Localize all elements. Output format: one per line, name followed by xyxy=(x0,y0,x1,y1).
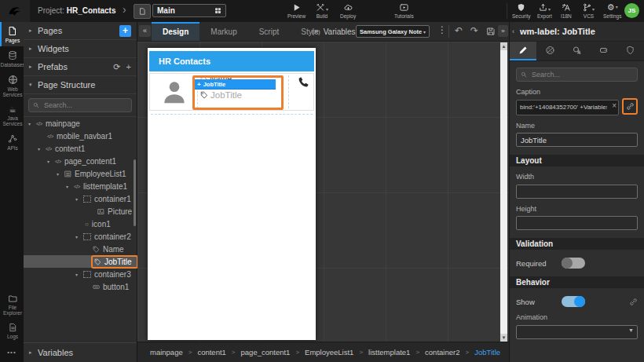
scroll-down-icon[interactable]: ▼ xyxy=(500,334,507,342)
tree-item-jobtitle-selected[interactable]: JobTitle xyxy=(24,255,137,268)
tree-item-name[interactable]: Name xyxy=(24,243,137,255)
rail-item-apis[interactable]: APIs xyxy=(0,130,24,154)
expand-icon[interactable]: ▾ xyxy=(75,234,83,240)
export-button[interactable]: ▾ Export xyxy=(537,2,552,19)
user-avatar[interactable]: JS xyxy=(624,3,639,18)
bind-show-button[interactable] xyxy=(629,298,638,306)
scroll-up-icon[interactable]: ▲ xyxy=(500,42,507,50)
expand-icon[interactable]: ▾ xyxy=(66,184,74,189)
tree-item-container1[interactable]: ▾ container1 xyxy=(24,192,137,205)
drag-widget-badge[interactable]: + JobTitle xyxy=(194,79,276,90)
breadcrumb-page-content1[interactable]: page_content1 xyxy=(241,348,291,357)
scrollbar-thumb[interactable] xyxy=(500,50,507,334)
app-logo[interactable] xyxy=(0,0,30,22)
section-variables[interactable]: ▸ Variables xyxy=(24,342,137,362)
deploy-button[interactable]: Deploy xyxy=(340,2,356,19)
section-page-structure[interactable]: ▾ Page Structure xyxy=(24,76,137,94)
add-prefab-button[interactable]: + xyxy=(126,62,131,71)
page-tab-main[interactable]: Main xyxy=(152,4,226,17)
tree-item-content1[interactable]: ▾ </> content1 xyxy=(24,142,137,155)
breadcrumb-employeelist1[interactable]: EmployeeList1 xyxy=(305,348,353,357)
tree-item-container3[interactable]: ▾ container3 xyxy=(24,268,137,280)
tab-markup[interactable]: Markup xyxy=(199,22,247,41)
section-prefabs[interactable]: ▸ Prefabs ⟳ + xyxy=(24,58,137,76)
undo-button[interactable]: ↶ xyxy=(455,25,463,36)
properties-search-input[interactable] xyxy=(530,70,633,79)
expand-icon[interactable]: ▾ xyxy=(75,272,83,277)
preview-button[interactable]: Preview xyxy=(287,2,306,19)
more-options-icon[interactable]: ••• xyxy=(0,342,24,362)
breadcrumb-listtemplate1[interactable]: listtemplate1 xyxy=(368,348,410,357)
tree-item-page-content1[interactable]: ▾ </> page_content1 xyxy=(24,155,137,167)
device-selector[interactable]: Samsung Galaxy Note III ▾ xyxy=(356,25,430,38)
save-button[interactable] xyxy=(486,27,496,36)
breadcrumb-container2[interactable]: container2 xyxy=(425,348,459,357)
expand-icon[interactable]: ▾ xyxy=(28,121,36,126)
rail-item-file-explorer[interactable]: File Explorer xyxy=(0,290,24,319)
add-page-button[interactable]: + xyxy=(119,25,131,37)
tree-item-container2[interactable]: ▾ container2 xyxy=(24,230,137,243)
canvas-body[interactable]: HR Contacts Name + JobTitle xyxy=(137,42,509,343)
rail-item-java-services[interactable]: ☕ Java Services xyxy=(0,101,24,130)
variables-menu-button[interactable]: (X) Variables ▾ xyxy=(312,22,361,41)
section-pages[interactable]: ▸ Pages + xyxy=(24,22,137,40)
tutorials-button[interactable]: Tutorials xyxy=(394,2,414,19)
show-toggle[interactable] xyxy=(562,296,585,307)
panel-collapse-icon[interactable]: ‹ xyxy=(512,22,514,41)
grid-icon[interactable] xyxy=(214,7,221,14)
rail-item-databases[interactable]: Databases xyxy=(0,46,24,71)
rail-item-pages[interactable]: Pages xyxy=(0,22,24,46)
collapse-left-panel-button[interactable]: « xyxy=(139,25,151,37)
section-widgets[interactable]: ▸ Widgets xyxy=(24,40,137,58)
i18n-button[interactable]: I18N xyxy=(561,2,572,19)
vcs-button[interactable]: ▾ VCS xyxy=(583,2,595,19)
tab-styles[interactable] xyxy=(536,42,563,60)
expand-icon[interactable]: ▾ xyxy=(75,196,83,202)
required-toggle[interactable] xyxy=(562,258,585,269)
expand-icon[interactable]: ▾ xyxy=(47,159,55,164)
tab-properties[interactable] xyxy=(510,42,536,60)
canvas-scrollbar[interactable]: ▲ ▼ xyxy=(500,42,507,342)
tree-item-icon1[interactable]: ○ icon1 xyxy=(24,218,137,230)
breadcrumb-content1[interactable]: content1 xyxy=(197,348,225,357)
app-navbar[interactable]: HR Contacts xyxy=(149,51,314,71)
structure-search-input[interactable] xyxy=(42,101,127,110)
list-item-template[interactable]: Name + JobTitle JobTitle xyxy=(149,73,314,111)
rail-item-logs[interactable]: Logs xyxy=(0,319,24,342)
canvas-options-icon[interactable]: ⋮ xyxy=(437,24,447,35)
caption-input[interactable] xyxy=(516,100,619,115)
width-input[interactable] xyxy=(516,185,638,199)
height-input[interactable] xyxy=(516,216,638,230)
bind-property-button[interactable] xyxy=(622,98,638,115)
expand-icon[interactable]: ▾ xyxy=(38,146,46,152)
redo-button[interactable]: ↷ xyxy=(470,25,478,36)
breadcrumb-jobtitle[interactable]: JobTitle xyxy=(474,348,500,357)
tree-item-picture[interactable]: Picture xyxy=(24,205,137,218)
left-panel-scrollbar[interactable] xyxy=(134,159,136,226)
tab-events[interactable] xyxy=(563,42,590,60)
tree-item-employeelist1[interactable]: ▾ EmployeeList1 xyxy=(24,167,137,180)
phone-preview[interactable]: HR Contacts Name + JobTitle xyxy=(148,48,316,340)
tab-design[interactable]: Design xyxy=(152,22,199,41)
refresh-icon[interactable]: ⟳ xyxy=(113,62,120,72)
tree-item-mobile-navbar1[interactable]: </> mobile_navbar1 xyxy=(24,130,137,142)
tree-item-button1[interactable]: button1 xyxy=(24,280,137,293)
jobtitle-label-widget[interactable]: JobTitle xyxy=(200,90,242,100)
tab-device[interactable] xyxy=(591,42,617,60)
tab-script[interactable]: Script xyxy=(248,22,291,41)
build-button[interactable]: ▾ Build xyxy=(316,2,328,19)
more-toolbar-button[interactable]: » xyxy=(498,25,508,37)
rail-item-web-services[interactable]: Web Services xyxy=(0,71,24,101)
phone-call-icon[interactable] xyxy=(297,76,309,89)
tree-item-listtemplate1[interactable]: ▾ </> listtemplate1 xyxy=(24,180,137,192)
animation-select[interactable] xyxy=(516,325,638,339)
breadcrumb-mainpage[interactable]: mainpage xyxy=(150,348,183,357)
security-button[interactable]: Security xyxy=(512,2,530,19)
name-input[interactable] xyxy=(516,133,638,147)
tree-item-mainpage[interactable]: ▾ </> mainpage xyxy=(24,117,137,130)
expand-icon[interactable]: ▾ xyxy=(57,171,64,177)
settings-button[interactable]: ⚙▾ Settings xyxy=(603,2,622,19)
clear-binding-icon[interactable]: × xyxy=(612,101,617,111)
page-file-icon[interactable] xyxy=(134,4,151,19)
tab-security[interactable] xyxy=(617,42,644,60)
